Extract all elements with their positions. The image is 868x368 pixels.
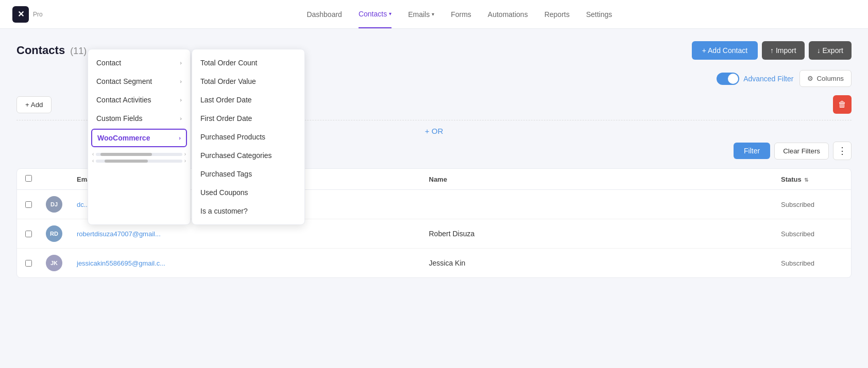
status-header: Status ⇅ (781, 176, 843, 183)
nav-links: Dashboard Contacts ▾ Emails ▾ Forms Auto… (63, 1, 856, 28)
dropdown-item-woocommerce[interactable]: WooCommerce › (91, 129, 187, 147)
email-link-2[interactable]: robertdisuza47007@gmail... (77, 230, 161, 238)
checkbox-header[interactable] (25, 175, 46, 183)
emails-chevron-icon: ▾ (432, 11, 434, 17)
more-options-button[interactable]: ⋮ (833, 142, 852, 160)
dropdown-item-custom-fields[interactable]: Custom Fields › (88, 109, 190, 128)
dropdown-left-scrollbar: ‹ › ‹ › (88, 149, 190, 167)
status-3: Subscribed (781, 259, 843, 267)
dropdown-item-contact-activities[interactable]: Contact Activities › (88, 91, 190, 109)
select-all-checkbox[interactable] (25, 175, 32, 182)
top-nav: ✕ Pro Dashboard Contacts ▾ Emails ▾ Form… (0, 0, 868, 29)
dropdown-item-used-coupons[interactable]: Used Coupons (192, 183, 304, 202)
dropdown-item-total-order-value[interactable]: Total Order Value (192, 72, 304, 91)
page-actions: + Add Contact ↑ Import ↓ Export (692, 41, 852, 60)
add-filter-button[interactable]: + Add (16, 96, 52, 113)
avatar-3: JK (46, 255, 77, 271)
nav-forms[interactable]: Forms (451, 1, 471, 28)
scroll-left-arrow-2[interactable]: ‹ (92, 158, 94, 164)
nav-settings[interactable]: Settings (586, 1, 612, 28)
email-3: jessicakin5586695@gmail.c... (77, 259, 429, 267)
scroll-left-arrow[interactable]: ‹ (92, 151, 94, 157)
contact-segment-chevron-icon: › (180, 78, 182, 84)
filter-button[interactable]: Filter (734, 143, 770, 159)
advanced-filter-label: Advanced Filter (743, 75, 793, 83)
dropdown-item-total-order-count[interactable]: Total Order Count (192, 54, 304, 72)
contact-chevron-icon: › (180, 60, 182, 66)
status-1: Subscribed (781, 201, 843, 208)
dropdown-menu: Contact › Contact Segment › Contact Acti… (88, 49, 305, 225)
table-row: JK jessicakin5586695@gmail.c... Jessica … (17, 249, 851, 277)
logo-pro-label: Pro (33, 11, 43, 18)
horizontal-scrollbar-track[interactable] (96, 153, 182, 156)
avatar-2: RD (46, 225, 77, 242)
name-3: Jessica Kin (429, 259, 781, 267)
horizontal-scrollbar-thumb-2 (105, 160, 148, 163)
columns-gear-icon: ⚙ (807, 75, 813, 82)
dropdown-item-purchased-categories[interactable]: Purchased Categories (192, 146, 304, 165)
logo-icon: ✕ (12, 6, 29, 23)
row-checkbox-3[interactable] (25, 260, 46, 267)
clear-filters-button[interactable]: Clear Filters (774, 143, 829, 160)
nav-contacts[interactable]: Contacts ▾ (359, 1, 392, 28)
row-checkbox-1[interactable] (25, 201, 46, 208)
horizontal-scrollbar-track-2[interactable] (96, 160, 182, 163)
dropdown-item-last-order-date[interactable]: Last Order Date (192, 91, 304, 109)
import-button[interactable]: ↑ Import (762, 41, 805, 60)
contacts-chevron-icon: ▾ (389, 11, 392, 16)
dropdown-item-contact[interactable]: Contact › (88, 54, 190, 72)
dropdown-item-purchased-tags[interactable]: Purchased Tags (192, 165, 304, 183)
nav-emails[interactable]: Emails ▾ (408, 1, 434, 28)
dropdown-item-contact-segment[interactable]: Contact Segment › (88, 72, 190, 91)
page-title: Contacts (11) (16, 44, 87, 57)
email-link-3[interactable]: jessicakin5586695@gmail.c... (77, 259, 165, 267)
dropdown-item-purchased-products[interactable]: Purchased Products (192, 128, 304, 146)
contact-activities-chevron-icon: › (180, 97, 182, 103)
add-contact-button[interactable]: + Add Contact (692, 41, 758, 60)
row-checkbox-2[interactable] (25, 231, 46, 237)
status-sort-icon[interactable]: ⇅ (804, 177, 808, 183)
advanced-filter-toggle[interactable]: Advanced Filter (717, 73, 793, 85)
avatar-1: DJ (46, 196, 77, 213)
scroll-right-arrow-2[interactable]: › (184, 158, 186, 164)
nav-reports[interactable]: Reports (544, 1, 570, 28)
delete-filter-button[interactable]: 🗑 (833, 95, 852, 114)
logo[interactable]: ✕ Pro (12, 6, 43, 23)
nav-dashboard[interactable]: Dashboard (307, 1, 342, 28)
dropdown-item-first-order-date[interactable]: First Order Date (192, 109, 304, 128)
email-2: robertdisuza47007@gmail... (77, 230, 429, 238)
custom-fields-chevron-icon: › (180, 115, 182, 121)
horizontal-scrollbar-thumb (100, 153, 152, 156)
advanced-filter-toggle-switch[interactable] (717, 73, 739, 85)
name-header: Name (429, 176, 781, 183)
dropdown-item-is-a-customer[interactable]: Is a customer? (192, 202, 304, 220)
scroll-right-arrow[interactable]: › (184, 151, 186, 157)
dots-icon: ⋮ (838, 145, 847, 156)
dropdown-right-panel: Total Order Count Total Order Value Last… (192, 49, 305, 225)
dropdown-left-panel: Contact › Contact Segment › Contact Acti… (88, 49, 191, 225)
woocommerce-chevron-icon: › (179, 135, 181, 141)
name-2: Robert Disuza (429, 230, 781, 238)
status-2: Subscribed (781, 230, 843, 238)
export-button[interactable]: ↓ Export (809, 41, 852, 60)
columns-button[interactable]: ⚙ Columns (799, 70, 852, 87)
nav-automations[interactable]: Automations (488, 1, 528, 28)
trash-icon: 🗑 (838, 100, 846, 109)
